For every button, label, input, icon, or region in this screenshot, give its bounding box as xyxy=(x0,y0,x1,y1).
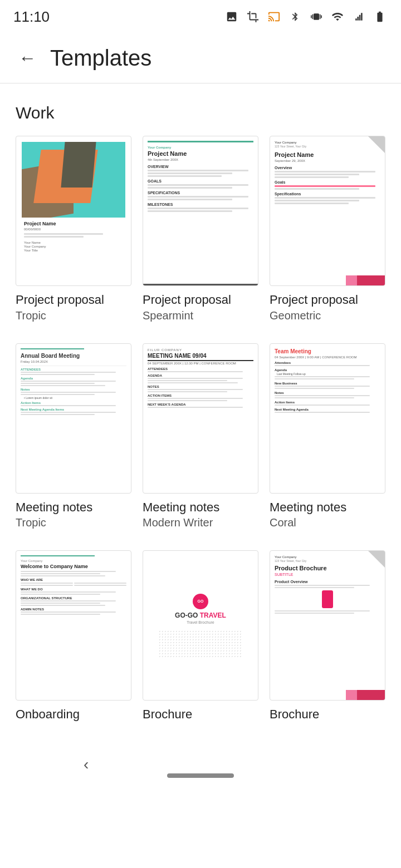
ob-what-we-do: WHAT WE DO xyxy=(21,588,126,591)
mc-att-lines xyxy=(275,365,380,366)
geo-specs-lines xyxy=(275,197,380,204)
ob-admin: ADMIN NOTES xyxy=(21,608,126,611)
mm-action-lines xyxy=(148,398,253,401)
ob-who-grid xyxy=(21,583,126,586)
geo-goals-lines xyxy=(275,185,380,190)
mc-notes: Notes xyxy=(275,391,380,394)
header: ← Templates xyxy=(0,33,401,83)
template-theme-meeting-modern: Modern Writer xyxy=(143,515,258,530)
mm-date: 04 SEPTEMBER 200X | 12:30 PM | CONFERENC… xyxy=(148,362,253,365)
status-time: 11:10 xyxy=(13,8,50,26)
template-card-project-spearmint[interactable]: Your Company Project Name 4th September … xyxy=(143,136,258,323)
mt-att-lines xyxy=(21,372,126,375)
geo-company: Your Company xyxy=(275,141,380,144)
mc-action-lines xyxy=(275,405,380,406)
geo-addr: 123 Your Street, Your City xyxy=(275,145,380,148)
bg-company: Your Company xyxy=(275,555,380,559)
mm-att-lines xyxy=(148,371,253,372)
mc-agenda: Agenda xyxy=(275,368,380,372)
mc-attendees: Attendees xyxy=(275,361,380,364)
template-grid-row3: Your Company Welcome to Company Name WHO… xyxy=(16,550,385,722)
bt-logo-circle: GO xyxy=(193,594,208,609)
template-theme-project-spearmint: Spearmint xyxy=(143,308,258,323)
template-grid-row1: Project Name 00/00/0000 Your Name Your C… xyxy=(16,136,385,323)
mm-next-lines xyxy=(148,407,253,408)
template-card-brochure-travel[interactable]: GO GO-GO TRAVEL Travel Brochure Brochure xyxy=(143,550,258,722)
template-card-project-tropic[interactable]: Project Name 00/00/0000 Your Name Your C… xyxy=(16,136,131,323)
mc-agenda-lines xyxy=(275,376,380,379)
top-bar xyxy=(148,141,253,142)
bt-map-dots xyxy=(158,630,243,658)
ob-topbar xyxy=(21,555,95,556)
geo-date: September 29, 200X xyxy=(275,159,380,162)
bg-overview: Product Overview xyxy=(275,580,380,584)
mt-notes: Notes xyxy=(21,388,126,391)
template-card-meeting-modern[interactable]: FILUR COMPANY MEETING NAME 09/04 04 SEPT… xyxy=(143,343,258,531)
sp-goals: GOALS xyxy=(148,179,253,183)
back-button[interactable]: ← xyxy=(13,45,41,72)
mt-bullet1: • Lorem ipsum dolor sit xyxy=(21,396,126,400)
mm-attendees: ATTENDEES xyxy=(148,367,253,371)
sp-overview: OVERVIEW xyxy=(148,165,253,169)
ob-company: Your Company xyxy=(21,559,126,563)
bluetooth-icon xyxy=(287,9,303,24)
template-card-onboarding[interactable]: Your Company Welcome to Company Name WHO… xyxy=(16,550,131,722)
back-arrow-icon: ← xyxy=(18,48,36,68)
mc-notes-lines xyxy=(275,395,380,398)
mt-date: Friday 10.04.202X xyxy=(21,360,126,363)
nav-back-button[interactable]: ‹ xyxy=(84,756,89,773)
sp-specs-lines xyxy=(148,196,253,200)
sp-specs: SPECIFICATIONS xyxy=(148,191,253,195)
mc-biz-lines xyxy=(275,386,380,389)
mm-action: ACTION ITEMS xyxy=(148,394,253,397)
ob-welcome: Welcome to Company Name xyxy=(21,564,126,569)
ob-what-lines xyxy=(21,591,126,595)
bottom-nav: ‹ xyxy=(0,742,401,787)
template-card-meeting-tropic[interactable]: Annual Board Meeting Friday 10.04.202X A… xyxy=(16,343,131,531)
bg-title: Product Brochure xyxy=(275,565,380,571)
mt-notes-lines xyxy=(21,392,126,395)
doc-date: 00/00/0000 xyxy=(24,228,123,231)
sp-date: 4th September 200X xyxy=(148,158,253,161)
battery-icon xyxy=(372,9,388,24)
thumbnail-project-tropic: Project Name 00/00/0000 Your Name Your C… xyxy=(16,136,131,286)
mc-action: Action Items xyxy=(275,401,380,404)
mc-new-biz: New Business xyxy=(275,382,380,385)
geo-overview-lines xyxy=(275,171,380,178)
ob-cell1 xyxy=(21,583,73,584)
template-theme-meeting-coral: Coral xyxy=(270,515,385,530)
template-name-meeting-tropic: Meeting notes xyxy=(16,500,131,515)
doc-title: Project Name xyxy=(24,221,123,226)
template-name-brochure-geometric: Brochure xyxy=(270,707,385,722)
bg-desc-lines xyxy=(275,610,380,614)
template-card-meeting-coral[interactable]: Team Meeting 04 September 200X | 9:00 AM… xyxy=(270,343,385,531)
mt-attendees: ATTENDEES xyxy=(21,368,126,371)
mc-date: 04 September 200X | 9:00 AM | CONFERENCE… xyxy=(275,356,380,359)
thumbnail-onboarding: Your Company Welcome to Company Name WHO… xyxy=(16,550,131,701)
crop-icon xyxy=(245,9,261,24)
bg-bottom-accent2 xyxy=(346,690,357,700)
vibrate-icon xyxy=(309,9,324,24)
mt-action-lines xyxy=(21,405,126,406)
sp-title: Project Name xyxy=(148,150,253,157)
template-card-project-geometric[interactable]: Your Company 123 Your Street, Your City … xyxy=(270,136,385,323)
mt-agenda-lines xyxy=(21,381,126,386)
template-card-brochure-geometric[interactable]: Your Company 123 Your Street, Your City … xyxy=(270,550,385,722)
sp-company: Your Company xyxy=(148,146,253,149)
mm-agenda-lines xyxy=(148,378,253,383)
template-theme-project-geometric: Geometric xyxy=(270,308,385,323)
mt-next: Next Meeting Agenda Items xyxy=(21,408,126,411)
ob-team-lines xyxy=(21,600,126,606)
mm-notes: NOTES xyxy=(148,385,253,388)
section-heading-work: Work xyxy=(16,103,385,122)
mc-title: Team Meeting xyxy=(275,348,380,354)
template-grid-row2: Annual Board Meeting Friday 10.04.202X A… xyxy=(16,343,385,531)
sp-milestone: MILESTONES xyxy=(148,203,253,212)
template-name-brochure-travel: Brochure xyxy=(143,707,258,722)
bt-travel-text: TRAVEL xyxy=(200,611,226,619)
geo-goals-lbl: Goals xyxy=(275,180,380,184)
template-name-project-tropic: Project proposal xyxy=(16,293,131,307)
bg-overview-lines xyxy=(275,585,380,588)
wifi-icon xyxy=(330,9,345,24)
mm-agenda: AGENDA xyxy=(148,374,253,377)
